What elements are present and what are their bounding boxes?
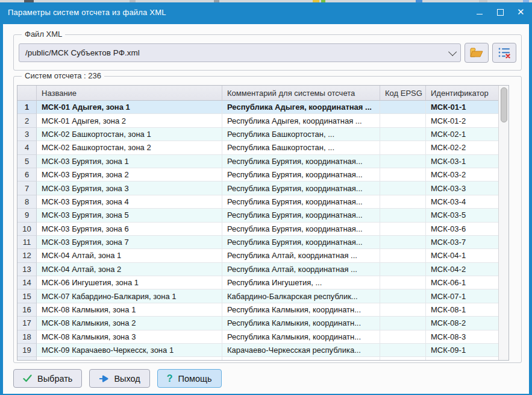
- cell-id[interactable]: МСК-03-6: [426, 223, 498, 236]
- row-number[interactable]: 15: [17, 289, 37, 303]
- table-row[interactable]: 7 МСК-03 Бурятия, зона 3 Республика Буря…: [17, 182, 498, 195]
- cell-epsg[interactable]: [380, 141, 426, 154]
- cell-comment[interactable]: Республика Бурятия, координатная...: [222, 209, 380, 222]
- xml-file-combobox[interactable]: /public/МСК Субъектов РФ.xml: [19, 43, 461, 62]
- cell-name[interactable]: МСК-08 Калмыкия, зона 3: [37, 330, 222, 344]
- cell-epsg[interactable]: [380, 344, 426, 357]
- cell-name[interactable]: МСК-03 Бурятия, зона 7: [37, 236, 222, 249]
- cell-name[interactable]: МСК-01 Адыгея, зона 1: [37, 101, 222, 114]
- cell-comment[interactable]: Карачаево-Черкесская республика...: [222, 344, 380, 357]
- open-file-button[interactable]: [465, 43, 489, 63]
- row-number[interactable]: 19: [17, 344, 37, 357]
- cell-epsg[interactable]: [380, 276, 426, 289]
- cell-comment[interactable]: Республика Адыгея, координатная ...: [222, 114, 380, 127]
- cell-epsg[interactable]: [380, 168, 426, 182]
- cell-comment[interactable]: Республика Карелия, координатна...: [222, 357, 380, 360]
- maximize-icon[interactable]: [496, 8, 504, 16]
- table-row[interactable]: 6 МСК-03 Бурятия, зона 2 Республика Буря…: [17, 168, 498, 182]
- row-number[interactable]: 17: [17, 317, 37, 330]
- cell-id[interactable]: МСК-03-3: [426, 182, 498, 195]
- cell-name[interactable]: МСК-04 Алтай, зона 1: [37, 249, 222, 262]
- cell-id[interactable]: МСК-03-2: [426, 168, 498, 182]
- cell-epsg[interactable]: [380, 209, 426, 222]
- cell-name[interactable]: МСК-09 Карачаево-Черкесск, зона 1: [37, 344, 222, 357]
- table-row[interactable]: 19 МСК-09 Карачаево-Черкесск, зона 1 Кар…: [17, 344, 498, 357]
- table-row[interactable]: 8 МСК-03 Бурятия, зона 4 Республика Буря…: [17, 195, 498, 209]
- cell-name[interactable]: МСК-01 Адыгея, зона 2: [37, 114, 222, 127]
- header-identifier[interactable]: Идентификатор: [426, 86, 498, 100]
- exit-button[interactable]: Выход: [89, 369, 149, 388]
- row-number[interactable]: 6: [17, 168, 37, 182]
- row-number[interactable]: 8: [17, 195, 37, 209]
- table-row[interactable]: 2 МСК-01 Адыгея, зона 2 Республика Адыге…: [17, 114, 498, 127]
- table-row[interactable]: 3 МСК-02 Башкортостан, зона 1 Республика…: [17, 128, 498, 141]
- cell-id[interactable]: МСК-01-1: [426, 101, 498, 114]
- cell-comment[interactable]: Республика Ингушетия, ...: [222, 276, 380, 289]
- cell-id[interactable]: МСК-08-3: [426, 330, 498, 344]
- cell-epsg[interactable]: [380, 303, 426, 317]
- table-row[interactable]: 12 МСК-04 Алтай, зона 1 Республика Алтай…: [17, 249, 498, 262]
- cell-comment[interactable]: Республика Бурятия, координатная...: [222, 155, 380, 168]
- cell-comment[interactable]: Республика Калмыкия, координатн...: [222, 317, 380, 330]
- cell-name[interactable]: МСК-06 Ингушетия, зона 1: [37, 276, 222, 289]
- cell-name[interactable]: МСК-03 Бурятия, зона 2: [37, 168, 222, 182]
- cell-id[interactable]: МСК-03-1: [426, 155, 498, 168]
- table-row[interactable]: 11 МСК-03 Бурятия, зона 7 Республика Бур…: [17, 236, 498, 249]
- cell-epsg[interactable]: [380, 289, 426, 303]
- header-epsg[interactable]: Код EPSG: [380, 86, 426, 100]
- cell-epsg[interactable]: [380, 128, 426, 141]
- table-row[interactable]: 13 МСК-04 Алтай, зона 2 Республика Алтай…: [17, 263, 498, 276]
- cell-id[interactable]: МСК-10-1: [426, 357, 498, 360]
- header-name[interactable]: Название: [37, 86, 222, 100]
- cell-id[interactable]: МСК-03-7: [426, 236, 498, 249]
- cell-name[interactable]: МСК-03 Бурятия, зона 6: [37, 223, 222, 236]
- cell-name[interactable]: МСК-07 Кабардино-Балкария, зона 1: [37, 289, 222, 303]
- cell-name[interactable]: МСК-08 Калмыкия, зона 2: [37, 317, 222, 330]
- row-number[interactable]: 2: [17, 114, 37, 127]
- select-button[interactable]: Выбрать: [13, 369, 82, 388]
- cell-comment[interactable]: Республика Башкортостан, ...: [222, 128, 380, 141]
- cell-epsg[interactable]: [380, 317, 426, 330]
- cell-comment[interactable]: Республика Бурятия, координатная...: [222, 168, 380, 182]
- cell-id[interactable]: МСК-02-2: [426, 141, 498, 154]
- cell-comment[interactable]: Республика Адыгея, координатная ...: [222, 101, 380, 114]
- row-number[interactable]: 4: [17, 141, 37, 154]
- header-row-number[interactable]: [17, 86, 37, 100]
- minimize-icon[interactable]: [476, 8, 483, 16]
- cell-name[interactable]: МСК-04 Алтай, зона 2: [37, 263, 222, 276]
- cell-name[interactable]: МСК-10 Карелия, зона 1: [37, 357, 222, 360]
- cell-id[interactable]: МСК-08-1: [426, 303, 498, 317]
- table-row[interactable]: 14 МСК-06 Ингушетия, зона 1 Республика И…: [17, 276, 498, 289]
- cell-id[interactable]: МСК-07-1: [426, 289, 498, 303]
- cell-id[interactable]: МСК-06-1: [426, 276, 498, 289]
- row-number[interactable]: 20: [17, 357, 37, 360]
- table-row[interactable]: 10 МСК-03 Бурятия, зона 6 Республика Бур…: [17, 223, 498, 236]
- scrollbar-thumb[interactable]: [501, 87, 507, 122]
- row-number[interactable]: 13: [17, 263, 37, 276]
- clear-list-button[interactable]: [492, 43, 516, 63]
- vertical-scrollbar[interactable]: [498, 86, 509, 360]
- cell-name[interactable]: МСК-02 Башкортостан, зона 2: [37, 141, 222, 154]
- cell-name[interactable]: МСК-03 Бурятия, зона 5: [37, 209, 222, 222]
- cell-comment[interactable]: Республика Башкортостан, ...: [222, 141, 380, 154]
- row-number[interactable]: 1: [17, 101, 37, 114]
- table-row[interactable]: 15 МСК-07 Кабардино-Балкария, зона 1 Каб…: [17, 289, 498, 303]
- cell-epsg[interactable]: [380, 330, 426, 344]
- table-row[interactable]: 17 МСК-08 Калмыкия, зона 2 Республика Ка…: [17, 317, 498, 330]
- cell-id[interactable]: МСК-09-1: [426, 344, 498, 357]
- help-button[interactable]: ? Помощь: [157, 369, 222, 388]
- cell-name[interactable]: МСК-03 Бурятия, зона 1: [37, 155, 222, 168]
- table-row[interactable]: 20 МСК-10 Карелия, зона 1 Республика Кар…: [17, 357, 498, 360]
- cell-id[interactable]: МСК-08-2: [426, 317, 498, 330]
- cell-id[interactable]: МСК-03-4: [426, 195, 498, 209]
- table-row[interactable]: 18 МСК-08 Калмыкия, зона 3 Республика Ка…: [17, 330, 498, 344]
- row-number[interactable]: 3: [17, 128, 37, 141]
- row-number[interactable]: 10: [17, 223, 37, 236]
- cell-epsg[interactable]: [380, 357, 426, 360]
- table-row[interactable]: 4 МСК-02 Башкортостан, зона 2 Республика…: [17, 141, 498, 154]
- cell-epsg[interactable]: [380, 263, 426, 276]
- table-row[interactable]: 9 МСК-03 Бурятия, зона 5 Республика Буря…: [17, 209, 498, 222]
- row-number[interactable]: 7: [17, 182, 37, 195]
- cell-comment[interactable]: Республика Калмыкия, координатн...: [222, 330, 380, 344]
- cell-epsg[interactable]: [380, 223, 426, 236]
